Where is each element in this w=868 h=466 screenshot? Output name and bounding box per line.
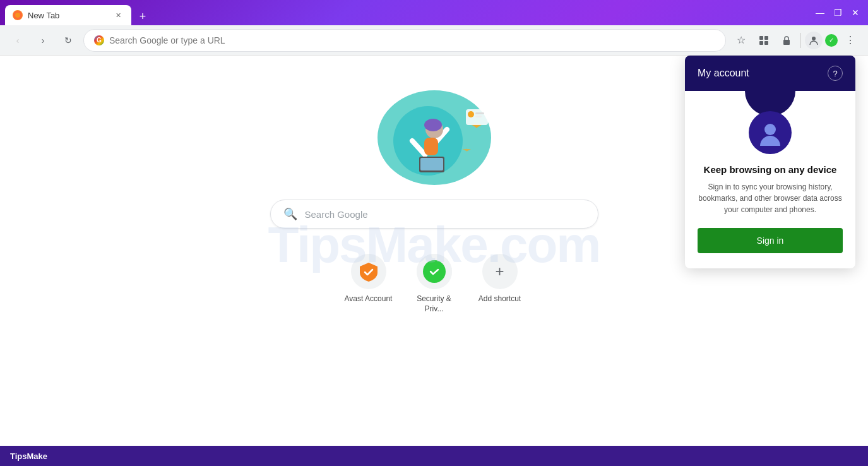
- security-priv-label: Security & Priv...: [409, 294, 460, 314]
- avatar-wrap: [749, 106, 792, 154]
- svg-point-19: [468, 111, 474, 117]
- svg-point-22: [764, 124, 776, 135]
- popup-heading: Keep browsing on any device: [704, 164, 837, 175]
- avast-shield-icon[interactable]: ✓: [825, 34, 838, 47]
- popup-title: My account: [698, 68, 749, 79]
- profile-button[interactable]: [805, 32, 823, 49]
- address-text: Search Google or type a URL: [109, 35, 715, 45]
- shortcut-security-priv[interactable]: Security & Priv...: [409, 254, 460, 314]
- svg-rect-5: [764, 41, 768, 45]
- forward-button[interactable]: ›: [33, 30, 53, 51]
- shortcut-add[interactable]: + Add shortcut: [475, 254, 525, 304]
- add-shortcut-label: Add shortcut: [479, 294, 521, 304]
- sign-in-button[interactable]: Sign in: [698, 228, 843, 253]
- refresh-button[interactable]: ↻: [58, 30, 78, 51]
- toolbar-icons: ☆ ✓: [731, 30, 860, 51]
- shortcuts-row: Avast Account Security & Priv...: [343, 254, 525, 314]
- main-content: TipsMake.com: [0, 56, 868, 446]
- taskbar: TipsMake: [0, 446, 868, 466]
- svg-point-12: [424, 119, 442, 131]
- address-bar[interactable]: G Search Google or type a URL: [83, 29, 726, 52]
- close-button[interactable]: ✕: [850, 8, 860, 18]
- popup-body: Keep browsing on any device Sign in to s…: [685, 91, 855, 268]
- minimize-button[interactable]: —: [815, 8, 825, 18]
- divider: [800, 33, 801, 48]
- tab-close-button[interactable]: ✕: [112, 9, 124, 21]
- popup-header: My account ?: [685, 56, 855, 91]
- more-options-icon[interactable]: ⋮: [840, 30, 860, 51]
- security-priv-icon: [417, 254, 452, 289]
- new-tab-button[interactable]: +: [134, 8, 152, 25]
- window-controls: — ❐ ✕: [815, 8, 863, 18]
- svg-rect-13: [424, 138, 438, 155]
- navigation-bar: ‹ › ↻ G Search Google or type a URL ☆: [0, 25, 868, 56]
- svg-rect-20: [475, 112, 484, 114]
- back-button[interactable]: ‹: [8, 30, 28, 51]
- svg-point-7: [812, 37, 816, 40]
- shortcut-avast-account[interactable]: Avast Account: [343, 254, 394, 304]
- search-input[interactable]: Search Google: [305, 209, 585, 220]
- maximize-button[interactable]: ❐: [833, 8, 843, 18]
- extensions-icon[interactable]: [754, 30, 774, 51]
- account-popup: My account ? Keep browsing on any device…: [685, 56, 855, 268]
- tab-strip: New Tab ✕ +: [5, 0, 812, 25]
- active-tab[interactable]: New Tab ✕: [5, 5, 131, 25]
- svg-rect-4: [759, 41, 763, 45]
- popup-description: Sign in to sync your browsing history, b…: [698, 181, 843, 215]
- hero-illustration: [346, 81, 523, 194]
- title-bar: New Tab ✕ + — ❐ ✕: [0, 0, 868, 25]
- svg-rect-15: [420, 158, 443, 170]
- add-shortcut-icon: +: [482, 254, 518, 289]
- svg-rect-21: [475, 116, 482, 117]
- search-bar[interactable]: 🔍 Search Google: [270, 200, 598, 229]
- svg-rect-3: [764, 36, 768, 40]
- tab-title: New Tab: [28, 11, 107, 20]
- avast-account-label: Avast Account: [345, 294, 393, 304]
- avatar-circle: [749, 111, 792, 154]
- search-container: 🔍 Search Google: [270, 200, 598, 229]
- search-icon: 🔍: [283, 207, 297, 221]
- svg-point-1: [15, 13, 20, 18]
- tab-favicon: [13, 10, 23, 20]
- taskbar-title: TipsMake: [10, 451, 47, 461]
- avast-account-icon: [351, 254, 386, 289]
- google-logo-icon: G: [94, 35, 104, 45]
- hero-area: [346, 81, 523, 194]
- popup-help-button[interactable]: ?: [828, 66, 843, 81]
- svg-rect-6: [783, 40, 790, 45]
- bookmark-icon[interactable]: ☆: [731, 30, 751, 51]
- lock-icon[interactable]: [776, 30, 797, 51]
- svg-rect-2: [759, 36, 763, 40]
